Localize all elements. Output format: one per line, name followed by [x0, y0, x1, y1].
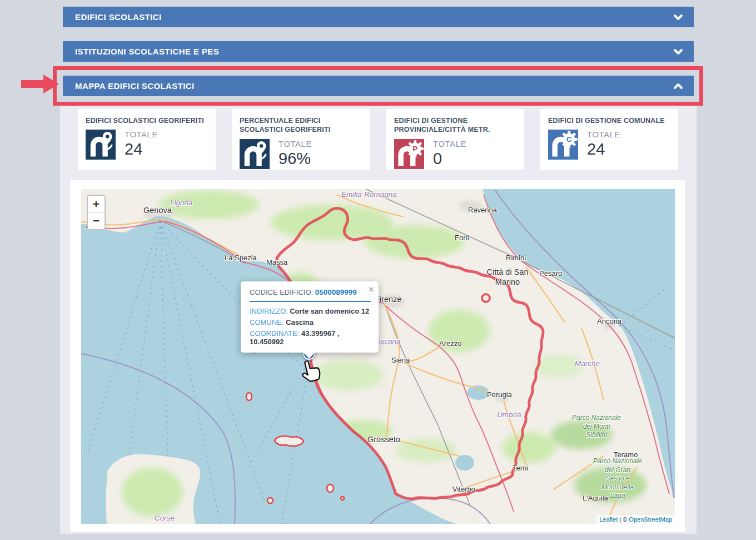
stat-card-percentuale-georiferiti: PERCENTUALE EDIFICI SCOLASTICI GEORIFERI…	[232, 109, 370, 170]
building-gear-p-icon: P	[394, 139, 424, 169]
total-value: 96%	[278, 150, 312, 168]
leaflet-map[interactable]: Genova avona La Spezia Massa Liguria Emi…	[81, 189, 675, 524]
indirizzo-label: INDIRIZZO:	[250, 307, 288, 315]
map-attribution: Leaflet | © OpenStreetMap	[596, 515, 675, 524]
total-value: 0	[433, 150, 466, 168]
accordion-edifici-scolastici[interactable]: EDIFICI SCOLASTICI	[63, 7, 694, 27]
map-label-genova: Genova	[143, 206, 172, 215]
map-label-siena: Siena	[391, 356, 410, 364]
accordion-label: ISTITUZIONI SCOLASTICHE E PES	[75, 47, 219, 56]
map-label-perugia: Perugia	[487, 390, 512, 399]
coordinate-label: COORDINATE:	[250, 329, 299, 338]
leaflet-link[interactable]: Leaflet	[599, 516, 618, 523]
chevron-up-icon	[673, 81, 684, 92]
chevron-down-icon	[673, 46, 684, 57]
gear-letter: P	[412, 145, 417, 153]
map-label-san-marino: Città di San Marino	[477, 267, 538, 287]
popup-close-icon[interactable]: ×	[369, 284, 374, 295]
stat-card-georiferiti: EDIFICI SCOLASTICI GEORIFERITI TOTALE 24	[78, 109, 216, 170]
card-title: PERCENTUALE EDIFICI SCOLASTICI GEORIFERI…	[240, 116, 362, 135]
map-label-marche: Marche	[575, 359, 600, 368]
map-label-viterbo: Viterbo	[452, 485, 475, 493]
building-gear-c-icon: C	[548, 130, 578, 160]
building-location-pin-icon	[240, 139, 270, 169]
map-label-grosseto: Grosseto	[367, 435, 400, 444]
total-value: 24	[587, 140, 620, 158]
map-label-arezzo: Arezzo	[439, 339, 461, 348]
total-value: 24	[125, 140, 158, 158]
red-arrow-annotation	[21, 74, 60, 94]
comune-label: COMUNE:	[250, 318, 284, 326]
map-popup: × CODICE EDIFICIO: 0500089999 INDIRIZZO:…	[241, 281, 379, 353]
attribution-separator: |	[618, 516, 623, 523]
map-label-ancona: Ancona	[597, 317, 621, 325]
chevron-down-icon	[673, 12, 684, 23]
accordion-label: EDIFICI SCOLASTICI	[75, 12, 162, 22]
stat-card-gestione-provinciale: EDIFICI DI GESTIONE PROVINCIALE/CITTÀ ME…	[386, 109, 524, 170]
accordion-istituzioni-scolastiche[interactable]: ISTITUZIONI SCOLASTICHE E PES	[63, 41, 694, 62]
accordion-mappa-edifici[interactable]: MAPPA EDIFICI SCOLASTICI	[63, 76, 694, 96]
zoom-out-button[interactable]: −	[88, 212, 105, 229]
map-label-ravenna: Ravenna	[468, 206, 497, 214]
map-label-la-spezia: La Spezia	[225, 254, 257, 262]
map-label-emilia-romagna: Emilia-Romagna	[341, 190, 397, 199]
map-label-corse: Corse	[155, 514, 175, 522]
map-label-terni: Terni	[513, 464, 528, 472]
popup-tip	[303, 352, 315, 359]
map-label-liguria: Liguria	[170, 199, 193, 207]
gear-letter: C	[566, 136, 572, 144]
comune-value: Cascina	[286, 318, 314, 326]
zoom-in-button[interactable]: +	[88, 196, 105, 212]
openstreetmap-link[interactable]: OpenStreetMap	[629, 516, 672, 523]
map-label-umbria: Umbria	[497, 410, 521, 419]
map-zoom-control: + −	[87, 195, 106, 230]
card-title: EDIFICI DI GESTIONE COMUNALE	[548, 116, 670, 125]
accordion-label: MAPPA EDIFICI SCOLASTICI	[75, 81, 195, 91]
map-label-firenze: Firenze	[375, 295, 401, 304]
stat-card-gestione-comunale: EDIFICI DI GESTIONE COMUNALE	[540, 109, 678, 170]
codice-edificio-link[interactable]: 0500089999	[315, 288, 357, 296]
card-title: EDIFICI DI GESTIONE PROVINCIALE/CITTÀ ME…	[394, 116, 516, 135]
building-location-pin-icon	[86, 130, 116, 160]
map-label-forli: Forlì	[455, 234, 469, 242]
dashboard-page: EDIFICI SCOLASTICI ISTITUZIONI SCOLASTIC…	[0, 0, 756, 540]
total-label: TOTALE	[433, 139, 466, 148]
total-label: TOTALE	[125, 130, 158, 139]
mappa-section-content: EDIFICI SCOLASTICI GEORIFERITI TOTALE 24…	[60, 106, 697, 534]
card-title: EDIFICI SCOLASTICI GEORIFERITI	[86, 116, 208, 125]
map-label-rimini: Rimini	[506, 254, 526, 262]
map-label-pesaro: Pesaro	[539, 269, 562, 278]
total-label: TOTALE	[587, 130, 620, 139]
indirizzo-value: Corte san domenico 12	[290, 307, 369, 315]
popup-divider	[250, 301, 371, 302]
map-label-massa: Massa	[266, 258, 287, 266]
map-label-parco-sibillini: Parco Nazionale dei Monti Sibillini	[555, 414, 638, 440]
map-label-parco-gran-sasso: Parco Nazionale del Gran Sasso e Monti d…	[581, 457, 654, 501]
total-label: TOTALE	[278, 139, 312, 148]
copyright-symbol: ©	[623, 516, 629, 523]
map-panel: Genova avona La Spezia Massa Liguria Emi…	[69, 179, 686, 533]
codice-edificio-label: CODICE EDIFICIO:	[250, 288, 313, 296]
